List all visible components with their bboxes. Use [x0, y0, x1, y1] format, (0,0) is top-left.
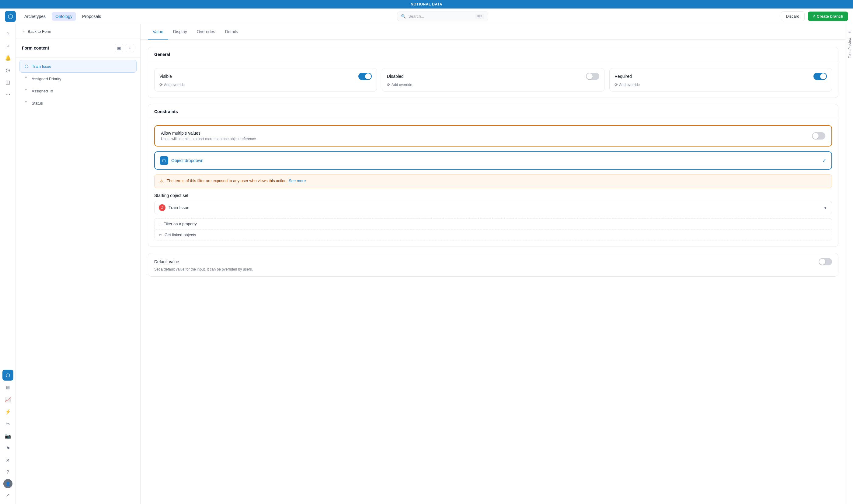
discard-button[interactable]: Discard — [781, 11, 805, 21]
content-tabs: Value Display Overrides Details — [141, 24, 846, 39]
object-dropdown-check: ✓ — [822, 157, 826, 164]
sidebar-item-chart[interactable]: 📈 — [2, 394, 13, 405]
sidebar-item-lightning[interactable]: ⚡ — [2, 406, 13, 417]
sidebar-item-badge[interactable]: ✕ — [2, 455, 13, 466]
logo-icon: ⬡ — [8, 13, 13, 20]
nav-tab-proposals[interactable]: Proposals — [79, 12, 105, 21]
nav-tab-ontology[interactable]: Ontology — [52, 12, 76, 21]
main-content: Value Display Overrides Details General — [141, 24, 846, 504]
default-value-toggle[interactable] — [819, 258, 832, 265]
visible-card-top: Visible — [159, 73, 372, 80]
nav-tab-archetypes[interactable]: Archetypes — [21, 12, 49, 21]
form-item-assigned-priority[interactable]: " Assigned Priority — [19, 73, 137, 85]
get-linked-objects[interactable]: ✂ Get linked objects — [155, 229, 832, 240]
search-box[interactable]: 🔍 Search... ⌘K — [397, 12, 488, 21]
sidebar-item-question[interactable]: ? — [2, 467, 13, 478]
obj-select-chevron: ▼ — [823, 205, 828, 210]
general-section-body: Visible ⟳ Add override Disabled — [148, 62, 838, 97]
sidebar-item-avatar[interactable]: 👤 — [3, 479, 13, 488]
required-override-icon: ⟳ — [614, 83, 618, 87]
tab-display[interactable]: Display — [168, 24, 192, 39]
constraints-section-body: Allow multiple values Users will be able… — [148, 119, 838, 247]
tab-overrides[interactable]: Overrides — [192, 24, 220, 39]
disabled-override-icon: ⟳ — [387, 83, 390, 87]
filter-actions-container: + Filter on a property ✂ Get linked obje… — [154, 218, 832, 240]
sidebar-item-search[interactable]: ⌕ — [2, 40, 13, 51]
form-preview-label: Form Preview — [848, 38, 852, 58]
obj-select-icon: ⊙ — [159, 204, 166, 211]
form-item-status[interactable]: " Status — [19, 97, 137, 109]
linked-icon: ✂ — [159, 233, 162, 237]
sidebar-item-flag[interactable]: ⚑ — [2, 443, 13, 453]
warning-banner: ⚠ The terms of this filter are exposed t… — [154, 175, 832, 188]
back-button[interactable]: ← Back to Form — [22, 29, 51, 34]
tab-details[interactable]: Details — [220, 24, 243, 39]
right-panel-icon: ≡ — [848, 29, 851, 34]
panel-icon-action[interactable]: ▣ — [115, 44, 123, 52]
required-toggle[interactable] — [814, 73, 827, 80]
panel-add-button[interactable]: + — [126, 44, 134, 52]
required-card: Required ⟳ Add override — [609, 68, 832, 91]
assigned-to-icon: " — [23, 88, 29, 94]
disabled-toggle[interactable] — [586, 73, 599, 80]
visible-toggle[interactable] — [358, 73, 372, 80]
required-add-override[interactable]: ⟳ Add override — [614, 83, 827, 87]
search-area: 🔍 Search... ⌘K — [107, 12, 778, 21]
navbar-actions: Discard ⑂ Create branch — [781, 11, 849, 21]
default-value-section: Default value Set a default value for th… — [148, 253, 838, 276]
filter-plus-icon: + — [159, 221, 161, 226]
disabled-card: Disabled ⟳ Add override — [382, 68, 605, 91]
tab-value[interactable]: Value — [148, 24, 168, 39]
sidebar-item-dots[interactable]: ⋯ — [2, 89, 13, 100]
disabled-card-top: Disabled — [387, 73, 599, 80]
sidebar-item-camera[interactable]: 📷 — [2, 430, 13, 442]
sidebar-item-bell[interactable]: 🔔 — [2, 52, 13, 63]
see-more-link[interactable]: See more — [289, 178, 306, 183]
override-icon: ⟳ — [159, 83, 163, 87]
warning-icon: ⚠ — [159, 178, 164, 184]
topbar: NOTIONAL DATA — [0, 0, 853, 8]
visible-add-override[interactable]: ⟳ Add override — [159, 83, 372, 87]
form-item-assigned-to[interactable]: " Assigned To — [19, 85, 137, 97]
object-dropdown-label: Object dropdown — [171, 158, 204, 163]
create-branch-button[interactable]: ⑂ Create branch — [808, 12, 848, 21]
filter-on-property[interactable]: + Filter on a property — [155, 218, 832, 229]
object-dropdown-card[interactable]: ⬡ Object dropdown ✓ — [154, 151, 832, 169]
default-value-card: Default value Set a default value for th… — [148, 253, 838, 276]
visible-card: Visible ⟳ Add override — [154, 68, 377, 91]
topbar-title: NOTIONAL DATA — [411, 2, 442, 6]
assigned-priority-icon: " — [23, 76, 29, 82]
allow-multiple-toggle[interactable] — [812, 132, 825, 140]
sidebar-item-history[interactable]: ◷ — [2, 65, 13, 75]
form-items-list: ⬡ Train Issue " Assigned Priority " Assi… — [16, 57, 140, 504]
form-item-train-issue[interactable]: ⬡ Train Issue — [19, 60, 137, 73]
allow-multiple-desc: Users will be able to select more than o… — [161, 137, 256, 141]
sidebar-item-scissors[interactable]: ✂ — [2, 418, 13, 429]
object-dropdown-icon: ⬡ — [160, 156, 168, 165]
disabled-add-override[interactable]: ⟳ Add override — [387, 83, 599, 87]
obj-select-left: ⊙ Train Issue — [159, 204, 190, 211]
train-issue-icon: ⬡ — [23, 63, 30, 69]
obj-select-value: Train Issue — [169, 205, 190, 210]
general-section-title: General — [148, 47, 838, 62]
object-dropdown-left: ⬡ Object dropdown — [160, 156, 204, 165]
sidebar-item-database[interactable]: ▤ — [2, 382, 13, 393]
warning-text: The terms of this filter are exposed to … — [167, 178, 306, 183]
toggle-grid: Visible ⟳ Add override Disabled — [154, 68, 832, 91]
sidebar-item-layers[interactable]: ◫ — [2, 77, 13, 88]
required-card-top: Required — [614, 73, 827, 80]
form-panel: ← Back to Form Form content ▣ + ⬡ Train … — [16, 24, 141, 504]
sidebar-item-cube[interactable]: ⬡ — [2, 370, 13, 381]
sidebar-item-home[interactable]: ⌂ — [2, 28, 13, 39]
default-value-desc: Set a default value for the input. It ca… — [154, 267, 832, 271]
form-panel-header: ← Back to Form — [16, 24, 140, 39]
app-logo: ⬡ — [5, 11, 16, 22]
starting-object-label: Starting object set — [154, 193, 832, 198]
required-label: Required — [614, 74, 632, 79]
sidebar-item-arrow[interactable]: ↗ — [2, 489, 13, 500]
content-body: General Visible ⟳ Add override — [141, 39, 846, 290]
icon-sidebar: ⌂ ⌕ 🔔 ◷ ◫ ⋯ ⬡ ▤ 📈 ⚡ ✂ 📷 ⚑ ✕ ? 👤 ↗ — [0, 24, 16, 504]
form-content-actions: ▣ + — [115, 44, 134, 52]
allow-multiple-text: Allow multiple values Users will be able… — [161, 131, 256, 141]
starting-object-select[interactable]: ⊙ Train Issue ▼ — [154, 201, 832, 214]
